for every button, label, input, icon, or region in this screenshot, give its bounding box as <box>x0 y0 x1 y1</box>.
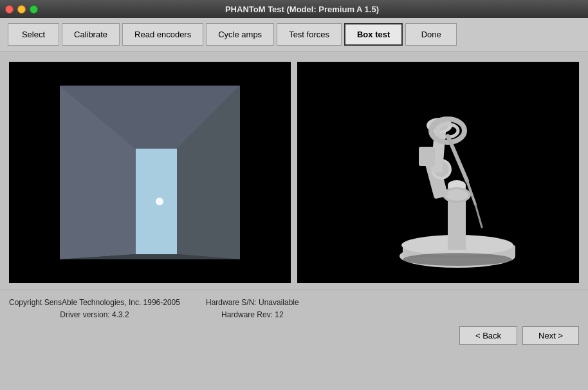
close-button[interactable] <box>5 5 14 14</box>
footer: Copyright SensAble Technologies, Inc. 19… <box>0 290 588 351</box>
nav-box-test[interactable]: Box test <box>344 23 403 46</box>
footer-buttons: < Back Next > <box>9 326 579 345</box>
svg-point-22 <box>445 189 468 201</box>
nav-calibrate[interactable]: Calibrate <box>62 23 120 46</box>
nav-test-forces[interactable]: Test forces <box>277 23 342 46</box>
svg-rect-34 <box>419 147 435 166</box>
nav-cycle-amps[interactable]: Cycle amps <box>206 23 274 46</box>
nav-done[interactable]: Done <box>405 23 457 46</box>
next-button[interactable]: Next > <box>522 326 579 345</box>
nav-bar: Select Calibrate Read encoders Cycle amp… <box>0 18 588 51</box>
box-test-viewport <box>9 62 291 283</box>
minimize-button[interactable] <box>17 5 26 14</box>
phantom-arm-viewport <box>297 62 579 283</box>
hardware-rev-line: Hardware Rev: 12 <box>206 309 299 321</box>
back-button[interactable]: < Back <box>459 326 517 345</box>
svg-point-35 <box>403 253 512 266</box>
main-content <box>0 51 588 290</box>
maximize-button[interactable] <box>30 5 38 14</box>
window-title: PHANToM Test (Model: Premium A 1.5) <box>42 5 562 14</box>
svg-point-15 <box>156 198 163 205</box>
footer-col-left: Copyright SensAble Technologies, Inc. 19… <box>9 297 180 321</box>
hardware-sn-line: Hardware S/N: Unavailable <box>206 297 299 309</box>
nav-read-encoders[interactable]: Read encoders <box>122 23 203 46</box>
phantom-arm-svg <box>329 66 547 279</box>
copyright-line: Copyright SensAble Technologies, Inc. 19… <box>9 297 180 309</box>
box-scene-svg <box>41 66 259 279</box>
driver-version-line: Driver version: 4.3.2 <box>9 309 180 321</box>
footer-info: Copyright SensAble Technologies, Inc. 19… <box>9 297 579 321</box>
svg-line-33 <box>475 205 482 227</box>
footer-col-right: Hardware S/N: Unavailable Hardware Rev: … <box>206 297 299 321</box>
title-bar: PHANToM Test (Model: Premium A 1.5) <box>0 0 588 18</box>
nav-select[interactable]: Select <box>8 23 59 46</box>
